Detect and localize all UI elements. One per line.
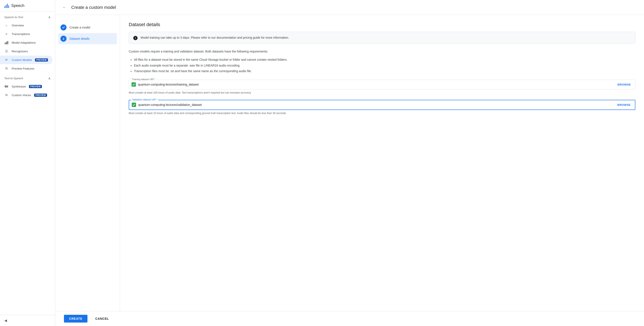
info-icon: i xyxy=(133,36,138,40)
step2-circle: 2 xyxy=(60,36,66,42)
svg-rect-6 xyxy=(7,85,8,88)
validation-browse-button[interactable]: BROWSE xyxy=(616,102,632,107)
training-dataset-input[interactable] xyxy=(138,83,614,86)
sidebar-item-overview[interactable]: ⌂ Overview xyxy=(0,21,52,30)
sidebar-item-label: Custom Models xyxy=(12,58,32,62)
list-icon: ≡ xyxy=(4,32,9,36)
content-area: Create a model 2 Dataset details Dataset… xyxy=(55,15,644,311)
sidebar-item-custom-voices[interactable]: ⧉ Custom Voices PREVIEW xyxy=(0,91,52,100)
create-button[interactable]: CREATE xyxy=(64,315,88,322)
custom-voices-preview-badge: PREVIEW xyxy=(34,94,47,97)
sidebar-item-label: Custom Voices xyxy=(12,94,31,97)
validation-dataset-wrapper: Validation dataset URI * BROWSE xyxy=(129,100,635,110)
app-logo: Speech xyxy=(4,4,24,8)
training-field-label: Training dataset URI * xyxy=(131,78,156,80)
training-dataset-wrapper: Training dataset URI * BROWSE xyxy=(129,80,635,90)
step-create-model: Create a model xyxy=(60,22,115,33)
sidebar: Speech Speech-to-Text ∧ ⌂ Overview ≡ Tra… xyxy=(0,0,55,326)
validation-check-icon xyxy=(132,102,136,107)
svg-rect-0 xyxy=(5,42,6,44)
svg-rect-2 xyxy=(7,41,8,44)
validation-dataset-input[interactable] xyxy=(138,103,614,106)
tts-chevron-icon: ∧ xyxy=(48,76,51,80)
tts-section-label[interactable]: Text-to-Speech ∧ xyxy=(0,73,55,82)
sidebar-item-transcriptions[interactable]: ≡ Transcriptions xyxy=(0,30,52,38)
validation-dataset-group: Validation dataset URI * BROWSE Must con… xyxy=(129,100,635,115)
step1-circle xyxy=(60,24,66,30)
info-text: Model training can take up to 3 days. Pl… xyxy=(140,36,289,40)
stt-section-label[interactable]: Speech-to-Text ∧ xyxy=(0,12,55,21)
training-field-hint: Must contain at least 100 hours of audio… xyxy=(129,91,635,94)
refresh-icon: ⟳ xyxy=(4,58,9,62)
sidebar-item-synthesize[interactable]: Synthesize PREVIEW xyxy=(0,82,52,91)
sidebar-item-label: Transcriptions xyxy=(12,32,30,36)
page-title: Create a custom model xyxy=(71,5,116,10)
main-area: ← Create a custom model Create a model 2 xyxy=(55,0,644,326)
sidebar-item-model-adaptations[interactable]: Model Adaptations xyxy=(0,38,52,47)
step2-label: Dataset details xyxy=(70,37,90,40)
requirements-text: Custom models require a training and val… xyxy=(129,49,635,54)
sidebar-collapse-button[interactable]: ◀ xyxy=(0,315,55,326)
svg-rect-1 xyxy=(6,42,7,44)
logo-icon xyxy=(4,4,9,8)
stt-chevron-icon: ∧ xyxy=(48,15,51,19)
top-bar: ← Create a custom model xyxy=(55,0,644,15)
sidebar-item-label: Overview xyxy=(12,24,24,27)
collapse-icon: ◀ xyxy=(4,318,7,322)
info-box: i Model training can take up to 3 days. … xyxy=(129,32,635,44)
action-bar: CREATE CANCEL xyxy=(55,311,644,326)
sidebar-item-label: Preview Features xyxy=(12,67,34,70)
bullet-item: Transcription files must be .txt and hav… xyxy=(134,69,635,74)
bar-chart-icon xyxy=(4,40,9,45)
validation-field-inner: BROWSE xyxy=(132,102,632,107)
sidebar-item-preview-features[interactable]: ⧉ Preview Features xyxy=(0,64,52,73)
svg-rect-3 xyxy=(5,86,6,87)
sidebar-item-label: Recognizers xyxy=(12,50,28,53)
back-button[interactable]: ← xyxy=(60,4,68,11)
training-dataset-group: Training dataset URI * BROWSE Must conta… xyxy=(129,80,635,94)
stepper-panel: Create a model 2 Dataset details xyxy=(55,15,120,311)
layers2-icon: ⧉ xyxy=(4,93,9,97)
sidebar-item-recognizers[interactable]: ☰ Recognizers xyxy=(0,47,52,56)
sidebar-item-custom-models[interactable]: ⟳ Custom Models PREVIEW xyxy=(0,56,52,64)
home-icon: ⌂ xyxy=(4,23,9,28)
sidebar-item-label: Synthesize xyxy=(12,85,26,88)
synthesize-preview-badge: PREVIEW xyxy=(29,85,42,88)
back-arrow-icon: ← xyxy=(62,5,66,10)
cancel-button[interactable]: CANCEL xyxy=(90,315,114,322)
app-title: Speech xyxy=(11,4,24,8)
bullet-list: All files for a dataset must be stored i… xyxy=(129,57,635,74)
custom-models-preview-badge: PREVIEW xyxy=(35,58,48,62)
training-field-inner: BROWSE xyxy=(132,82,632,87)
bullet-item: All files for a dataset must be stored i… xyxy=(134,57,635,62)
validation-field-label: Validation dataset URI * xyxy=(131,98,158,101)
svg-rect-5 xyxy=(6,86,7,87)
sidebar-item-label: Model Adaptations xyxy=(12,41,36,44)
form-title: Dataset details xyxy=(129,22,635,28)
svg-rect-4 xyxy=(6,85,6,88)
validation-field-hint: Must contain at least 10 hours of audio … xyxy=(129,111,635,115)
menu-icon: ☰ xyxy=(4,49,9,53)
step1-label: Create a model xyxy=(70,26,90,29)
sidebar-header: Speech xyxy=(0,0,55,12)
step-dataset-details: 2 Dataset details xyxy=(58,33,117,44)
form-panel: Dataset details i Model training can tak… xyxy=(120,15,644,311)
music-icon xyxy=(4,84,9,88)
layers-icon: ⧉ xyxy=(4,66,9,71)
bullet-item: Each audio example must be a separate .w… xyxy=(134,63,635,68)
training-browse-button[interactable]: BROWSE xyxy=(616,82,633,87)
training-check-icon xyxy=(132,82,136,87)
